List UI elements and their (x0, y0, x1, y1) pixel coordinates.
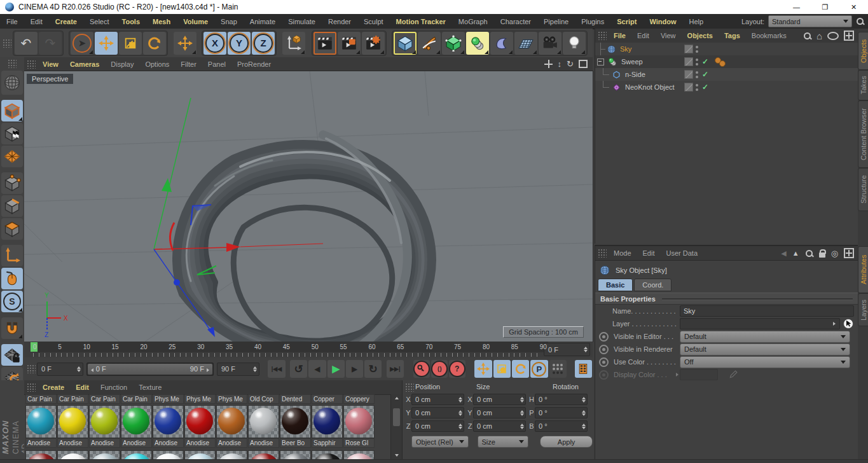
workplane-mode-button[interactable] (1, 146, 23, 167)
material-row-partial[interactable] (24, 449, 390, 459)
tab-layers[interactable]: Layers (858, 293, 868, 326)
key-pla-toggle[interactable] (549, 360, 567, 378)
render-view-button[interactable] (313, 32, 336, 55)
move-tool-button[interactable] (95, 32, 118, 55)
enabled-check-icon[interactable]: ✓ (702, 83, 708, 92)
play-backwards-button[interactable]: ↺ (290, 360, 307, 378)
menu-render[interactable]: Render (322, 18, 357, 25)
magnet-tool-button[interactable] (1, 317, 23, 339)
live-selection-button[interactable]: ➤ (71, 32, 93, 55)
size-x-field[interactable]: 0 cm (473, 394, 526, 405)
layer-chip[interactable] (684, 70, 693, 79)
visibility-dots[interactable] (696, 46, 698, 53)
viewport-menu-view[interactable]: View (37, 60, 64, 68)
menu-mesh[interactable]: Mesh (146, 18, 177, 25)
spin-up-icon[interactable] (584, 347, 588, 349)
menu-animate[interactable]: Animate (244, 18, 282, 25)
polygons-mode-button[interactable] (1, 218, 23, 240)
timeline-ruler[interactable]: 0510 152025 303540 455055 606570 758085 … (24, 342, 593, 358)
toolbar-grip[interactable] (3, 39, 11, 48)
tab-basic[interactable]: Basic (598, 279, 633, 291)
snap-button[interactable]: S (1, 291, 23, 312)
autokey-button[interactable]: ( ) (431, 360, 448, 378)
eye-icon[interactable] (827, 32, 839, 40)
size-y-field[interactable]: 0 cm (473, 407, 526, 418)
target-icon[interactable]: ◎ (831, 249, 838, 258)
menu-file[interactable]: File (0, 18, 24, 25)
object-row-neoknot[interactable]: NeoKnot Object ✓ (595, 81, 858, 93)
record-circle-icon[interactable] (599, 345, 609, 354)
home-icon[interactable]: ⌂ (816, 31, 822, 41)
layer-chip[interactable] (684, 45, 693, 53)
scroll-up-icon[interactable] (395, 397, 399, 399)
object-menu-view[interactable]: View (655, 32, 682, 39)
spline-pen-button[interactable] (418, 32, 441, 55)
next-frame-button[interactable]: ▶ (346, 360, 363, 378)
lock-icon[interactable] (819, 252, 825, 258)
record-circle-icon[interactable] (599, 332, 609, 342)
arrow-up-icon[interactable]: ▲ (792, 249, 799, 257)
menu-pipeline[interactable]: Pipeline (537, 18, 575, 25)
key-parameter-toggle[interactable]: P (530, 360, 548, 378)
history-back-icon[interactable]: ◀ (781, 249, 786, 258)
object-name[interactable]: Sky (620, 45, 631, 53)
rotation-p-field[interactable]: 0 ° (535, 407, 588, 418)
modes-toolbar-grip[interactable] (8, 59, 17, 68)
light-button[interactable] (563, 32, 586, 55)
record-keyframe-button[interactable] (413, 360, 430, 378)
object-row-nside[interactable]: n-Side ✓ (595, 68, 858, 81)
apply-button[interactable]: Apply (540, 436, 593, 448)
viewport-menu-prorender[interactable]: ProRender (231, 60, 277, 68)
size-z-field[interactable]: 0 cm (473, 420, 526, 432)
viewport-menu-grip[interactable] (27, 60, 36, 69)
menu-edit[interactable]: Edit (24, 18, 49, 25)
record-circle-icon[interactable] (599, 357, 609, 367)
visibility-dots[interactable] (696, 84, 698, 91)
basic-properties-section[interactable]: Basic Properties (595, 293, 858, 305)
timeline-mode-button[interactable] (575, 360, 592, 378)
tab-takes[interactable]: Takes (858, 70, 868, 100)
menu-create[interactable]: Create (49, 18, 83, 25)
viewport[interactable]: Y X Z Perspective Grid Spacing : 100 cm (24, 71, 593, 342)
visibility-dots[interactable] (696, 71, 698, 78)
enabled-check-icon[interactable]: ✓ (702, 70, 708, 79)
search-icon[interactable] (803, 32, 811, 40)
menu-plugins[interactable]: Plugins (575, 18, 610, 25)
menu-script[interactable]: Script (610, 18, 643, 25)
menu-volume[interactable]: Volume (177, 18, 214, 25)
layer-chip[interactable] (684, 57, 693, 66)
preview-range-slider[interactable]: 0 F 90 F (86, 363, 214, 376)
viewport-menu-display[interactable]: Display (105, 60, 139, 68)
tab-coord[interactable]: Coord. (634, 279, 672, 291)
object-menu-edit[interactable]: Edit (631, 32, 655, 39)
coords-grip[interactable] (405, 383, 414, 392)
lock-y-axis-button[interactable]: Y (228, 32, 251, 55)
object-menu-grip[interactable] (598, 31, 607, 40)
material-item[interactable]: Phys MeAnodise (216, 394, 247, 448)
object-name[interactable]: NeoKnot Object (625, 83, 675, 91)
material-item[interactable]: Phys MeAnodise (153, 394, 184, 448)
material-scrollbar[interactable] (390, 394, 402, 459)
material-menu-grip[interactable] (27, 383, 36, 392)
rotation-h-field[interactable]: 0 ° (535, 394, 588, 405)
deformer-button[interactable] (490, 32, 513, 55)
last-tool-button[interactable] (174, 32, 196, 55)
material-list[interactable]: Car PainAnodise Car PainAnodise Car Pain… (24, 394, 390, 459)
position-z-field[interactable]: 0 cm (411, 420, 464, 432)
coordinate-mode-dropdown[interactable]: Object (Rel) (411, 436, 469, 448)
menu-mograph[interactable]: MoGraph (452, 18, 494, 25)
material-item[interactable]: CopperyRose Gl (343, 394, 375, 448)
name-field[interactable]: Sky (680, 305, 854, 317)
coordinate-system-button[interactable] (282, 32, 305, 55)
material-item[interactable]: Old CopAnodise (248, 394, 279, 448)
visible-renderer-dropdown[interactable]: Default (680, 343, 850, 356)
sweep-generator-button[interactable] (466, 32, 489, 55)
material-menu-texture[interactable]: Texture (133, 384, 167, 391)
key-rotation-toggle[interactable] (512, 360, 529, 378)
undo-button[interactable]: ↶ (15, 32, 38, 55)
camera-button[interactable] (539, 32, 561, 55)
menu-window[interactable]: Window (643, 18, 682, 25)
tab-structure[interactable]: Structure (858, 168, 868, 211)
rotation-b-field[interactable]: 0 ° (535, 420, 588, 432)
axis-gizmo[interactable] (154, 98, 323, 337)
